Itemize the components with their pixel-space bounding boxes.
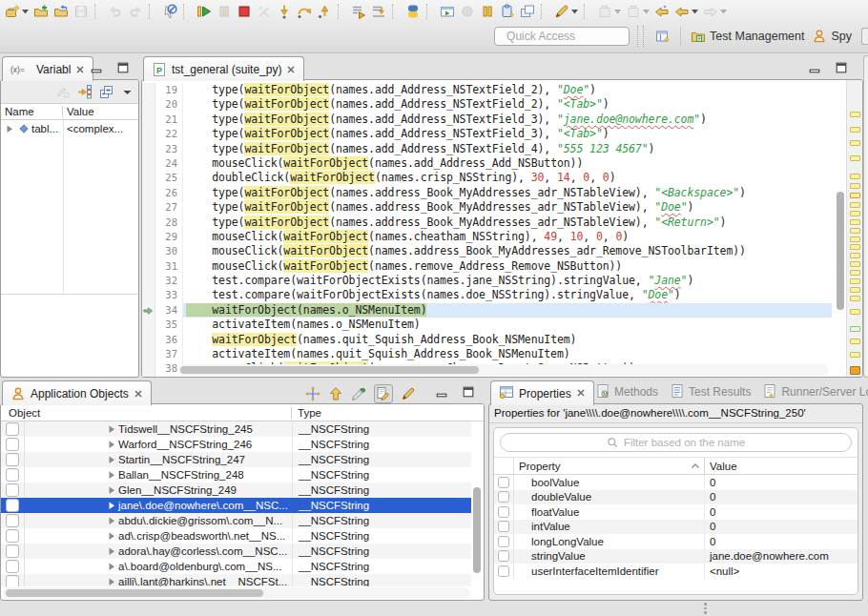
checkbox[interactable]	[498, 506, 509, 518]
tab-runner-server-log[interactable]: Runner/Server Log	[756, 383, 868, 401]
object-row[interactable]: jane\.doe@nowhere\.com__NSC...__NSCFStri…	[1, 498, 471, 513]
code-text[interactable]: type(waitForObject(names.add_Address_NST…	[183, 127, 832, 141]
code-text[interactable]: type(waitForObject(names.address_Book_My…	[183, 200, 832, 215]
tab-test-results[interactable]: Test Results	[664, 383, 756, 401]
code-text[interactable]: type(waitForObject(names.add_Address_NST…	[183, 83, 832, 97]
occurrence-mark[interactable]	[850, 287, 860, 293]
go-up-icon[interactable]	[328, 386, 343, 401]
new-test-case-button[interactable]	[31, 1, 51, 22]
copy-test-case-button[interactable]	[52, 1, 71, 22]
code-text[interactable]: activateItem(names.quit_Squish_Address_B…	[183, 347, 832, 361]
expand-icon[interactable]	[107, 546, 116, 556]
column-header-value[interactable]: Value	[63, 106, 138, 117]
code-text[interactable]: type(waitForObject(names.address_Book_My…	[183, 186, 832, 200]
occurrence-mark[interactable]	[850, 366, 860, 375]
occurrence-mark[interactable]	[850, 270, 860, 276]
step-over-button[interactable]	[295, 1, 314, 22]
scrollbar-thumb[interactable]	[6, 589, 263, 597]
filter-input[interactable]: Filter based on the name	[500, 433, 852, 452]
column-header-object[interactable]: Object	[1, 407, 292, 419]
occurrence-mark[interactable]	[850, 244, 860, 250]
column-header-name[interactable]: Name	[1, 106, 63, 117]
launch-aut-button[interactable]	[438, 1, 457, 22]
property-row[interactable]: userInterfaceItemIdentifier<null>	[494, 564, 858, 579]
tab-application-objects[interactable]: Application Objects	[2, 380, 152, 405]
stop-test-button[interactable]	[235, 1, 254, 22]
expand-icon[interactable]	[107, 577, 116, 586]
checkbox[interactable]	[6, 544, 19, 558]
checkbox[interactable]	[6, 499, 19, 512]
checkbox[interactable]	[498, 550, 509, 562]
occurrence-mark[interactable]	[850, 127, 860, 133]
splitter-grip[interactable]	[704, 603, 707, 614]
close-icon[interactable]	[286, 65, 296, 74]
perspective-test-management-button[interactable]: Test Management	[687, 27, 808, 46]
object-row[interactable]: Startin__NSCFString_247__NSCFString	[1, 452, 471, 467]
expand-icon[interactable]	[107, 455, 116, 464]
detail-pane-splitter[interactable]	[1, 294, 138, 295]
code-text[interactable]: type(waitForObject(names.add_Address_NST…	[183, 97, 832, 112]
code-editor[interactable]: 19 type(waitForObject(names.add_Address_…	[142, 80, 832, 377]
object-row[interactable]: a\.board@oldenburg\.com__NS...__NSCFStri…	[1, 559, 471, 574]
object-row[interactable]: adora\.hay@corless\.com__NSC...__NSCFStr…	[1, 544, 471, 559]
occurrence-mark[interactable]	[850, 278, 860, 284]
checkbox[interactable]	[6, 575, 19, 586]
tab-editor-tst-general[interactable]: P tst_general (suite_py)	[143, 56, 304, 81]
maximize-icon[interactable]	[462, 385, 475, 399]
occurrence-mark[interactable]	[850, 211, 860, 216]
object-picker-toggle-icon[interactable]	[374, 384, 393, 403]
code-text[interactable]: waitForObject(names.quit_Squish_Address_…	[183, 333, 832, 347]
checkbox[interactable]	[498, 536, 509, 547]
checkbox[interactable]	[6, 529, 19, 543]
locate-object-icon[interactable]	[305, 386, 320, 401]
expand-icon[interactable]	[5, 124, 14, 133]
occurrence-mark[interactable]	[850, 183, 860, 189]
toggle-object-highlight-button[interactable]	[160, 1, 179, 22]
code-text[interactable]: type(waitForObject(names.address_Book_My…	[183, 216, 832, 230]
occurrence-mark[interactable]	[850, 352, 860, 358]
checkbox[interactable]	[6, 560, 19, 573]
checkbox[interactable]	[6, 483, 19, 497]
step-return-button[interactable]	[315, 1, 334, 22]
expand-icon[interactable]	[107, 531, 116, 541]
run-selected-lines-button[interactable]	[349, 1, 368, 22]
property-row[interactable]: intValue0	[494, 520, 858, 535]
scrollbar-thumb[interactable]	[180, 366, 479, 374]
code-text[interactable]: type(waitForObject(names.add_Address_NST…	[183, 142, 832, 156]
column-header-property[interactable]: Property	[514, 458, 705, 474]
run-to-line-button[interactable]	[369, 1, 388, 22]
property-row[interactable]: stringValuejane.doe@nowhere.com	[494, 549, 858, 565]
code-text[interactable]: test.compare(waitForObjectExists(names.j…	[183, 274, 832, 288]
occurrence-mark[interactable]	[850, 193, 860, 198]
checkbox[interactable]	[6, 438, 19, 451]
pause-recording-button[interactable]	[478, 1, 497, 22]
occurrence-mark[interactable]	[850, 228, 860, 234]
minimize-icon[interactable]	[808, 61, 821, 74]
code-text[interactable]: mouseClick(waitForObject(names.cheatham_…	[183, 230, 832, 244]
occurrence-mark[interactable]	[850, 253, 860, 258]
close-icon[interactable]	[134, 389, 143, 399]
quick-access-input[interactable]	[494, 27, 630, 46]
minimize-icon[interactable]	[435, 385, 448, 399]
occurrence-mark[interactable]	[850, 309, 860, 315]
code-text[interactable]: mouseClick(waitForObject(names.remove_Ad…	[183, 259, 832, 274]
show-logical-structure-icon[interactable]	[77, 84, 93, 99]
navigate-back-button[interactable]	[672, 1, 700, 22]
code-text[interactable]: waitForObject(names.o_NSMenuItem)	[183, 303, 832, 318]
expand-icon[interactable]	[107, 485, 116, 495]
property-row[interactable]: longLongValue0	[494, 534, 858, 549]
collapse-all-icon[interactable]	[99, 84, 114, 99]
code-text[interactable]: doubleClick(waitForObject(names.crisp_NS…	[183, 171, 832, 185]
scrollbar-thumb[interactable]	[837, 192, 844, 310]
new-test-suite-button[interactable]	[3, 1, 31, 22]
close-icon[interactable]	[75, 65, 85, 74]
checkbox[interactable]	[6, 468, 19, 482]
occurrence-mark[interactable]	[850, 202, 860, 208]
python-console-button[interactable]	[403, 1, 423, 22]
checkbox[interactable]	[6, 422, 19, 436]
tab-properties[interactable]: Properties	[490, 380, 594, 405]
property-row[interactable]: doubleValue0	[494, 490, 858, 505]
checkbox[interactable]	[498, 491, 509, 503]
scrollbar-thumb[interactable]	[473, 487, 481, 573]
variable-row[interactable]: tabl... <complex...	[1, 120, 138, 136]
